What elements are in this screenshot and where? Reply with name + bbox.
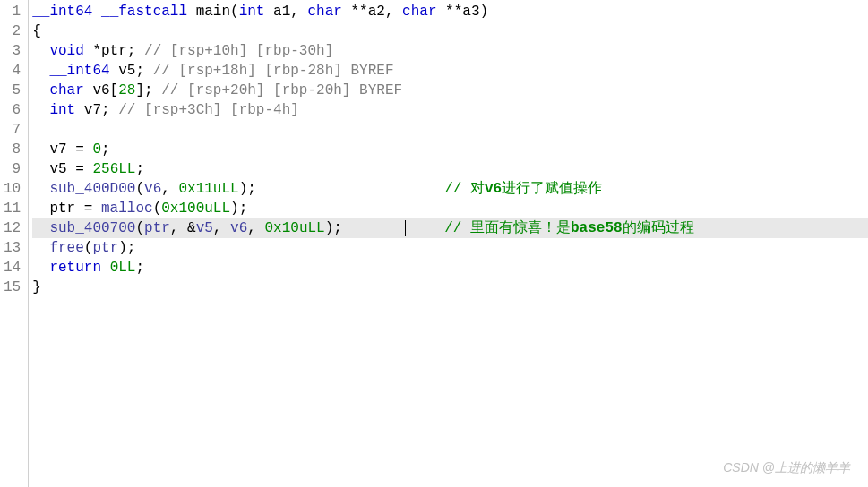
code-token: ); [325,220,342,236]
code-token: v7; [75,102,118,118]
code-editor[interactable]: 1 2 3 4 5 6 7 8 9 10 11 12 13 14 15 __in… [0,0,868,487]
code-token: a1, [264,4,307,20]
code-line[interactable] [32,120,868,140]
code-token: } [32,279,41,295]
code-token: sub_400D00 [49,181,135,197]
code-comment: // [rsp+18h] [rbp-28h] BYREF [153,63,394,79]
code-token: 0x11uLL [178,181,238,197]
code-token [32,82,49,98]
code-area[interactable]: __int64 __fastcall main(int a1, char **a… [29,0,868,487]
line-number: 5 [4,81,21,100]
code-token: , [213,220,230,236]
line-number: 14 [4,258,21,278]
line-number: 1 [4,2,21,21]
code-line[interactable]: v5 = 256LL; [32,159,868,179]
code-token: ptr [144,220,170,236]
code-token [32,181,49,197]
code-token: , & [170,220,196,236]
line-number: 7 [4,120,21,140]
code-token: int [49,102,75,118]
code-token: 256LL [92,161,135,177]
line-number: 3 [4,41,21,61]
line-number-gutter: 1 2 3 4 5 6 7 8 9 10 11 12 13 14 15 [0,0,29,487]
code-token: ; [135,260,144,276]
code-token: v5; [110,63,153,79]
code-token: *ptr; [84,43,144,59]
code-token: 0LL [110,260,136,276]
line-number: 8 [4,140,21,159]
code-token: ( [153,201,162,217]
code-token: __fastcall [92,4,195,20]
code-token: ( [84,240,93,256]
code-token: ); [118,240,135,256]
code-token: v5 = [32,161,92,177]
code-token: __int64 [32,4,92,20]
code-token: free [49,240,83,256]
code-token: **a2, [342,4,402,20]
code-comment: // 对v6进行了赋值操作 [444,179,602,199]
code-token: ptr = [32,201,101,217]
code-token: ; [101,141,110,158]
code-token: 28 [118,82,135,98]
code-line[interactable]: sub_400D00(v6, 0x11uLL);// 对v6进行了赋值操作 [32,179,868,199]
code-line[interactable]: return 0LL; [32,258,868,278]
code-token: ( [230,4,239,20]
line-number: 6 [4,100,21,120]
line-number: 11 [4,199,21,218]
code-line[interactable]: __int64 v5; // [rsp+18h] [rbp-28h] BYREF [32,61,868,81]
code-token [32,43,49,59]
code-comment: // [rsp+3Ch] [rbp-4h] [118,102,299,118]
code-token: int [239,4,265,20]
code-token [32,260,49,276]
line-number: 9 [4,159,21,179]
code-line[interactable]: v7 = 0; [32,140,868,159]
code-token: , [161,181,178,197]
code-token: v6 [144,181,161,197]
code-comment: // [rsp+10h] [rbp-30h] [144,43,333,59]
code-token: return [49,260,101,276]
code-token: ( [135,181,144,197]
code-line-highlighted[interactable]: sub_400700(ptr, &v5, v6, 0x10uLL);// 里面有… [32,218,868,238]
code-token: ); [230,201,247,217]
code-token: v7 = [32,141,92,158]
code-line[interactable]: } [32,278,868,297]
code-token: **a3) [437,4,489,20]
code-token [32,63,49,79]
code-token: ); [239,181,256,197]
code-token [32,220,49,236]
code-token: ( [135,220,144,236]
code-line[interactable]: ptr = malloc(0x100uLL); [32,199,868,218]
code-token: ; [135,161,144,177]
code-token [32,102,49,118]
line-number: 2 [4,21,21,41]
code-token: main [196,4,230,20]
watermark-text: CSDN @上进的懒羊羊 [723,460,850,476]
code-line[interactable]: void *ptr; // [rsp+10h] [rbp-30h] [32,41,868,61]
code-comment: // [rsp+20h] [rbp-20h] BYREF [161,82,402,98]
code-line[interactable]: char v6[28]; // [rsp+20h] [rbp-20h] BYRE… [32,81,868,100]
code-token: void [49,43,83,59]
line-number: 13 [4,238,21,258]
code-token: 0x100uLL [161,201,230,217]
code-token: v6 [230,220,247,236]
code-line[interactable]: int v7; // [rsp+3Ch] [rbp-4h] [32,100,868,120]
line-number: 12 [4,218,21,238]
code-token: v6[ [84,82,118,98]
code-token: ]; [135,82,161,98]
code-token: malloc [101,201,153,217]
code-token: sub_400700 [49,220,135,236]
text-cursor [405,220,406,236]
code-token: 0 [92,141,101,158]
code-token: 0x10uLL [264,220,324,236]
code-token: ptr [92,240,118,256]
code-token: char [402,4,436,20]
code-token: char [49,82,83,98]
code-line[interactable]: free(ptr); [32,238,868,258]
code-token [32,240,49,256]
line-number: 15 [4,278,21,297]
code-line[interactable]: __int64 __fastcall main(int a1, char **a… [32,2,868,21]
line-number: 4 [4,61,21,81]
code-line[interactable]: { [32,21,868,41]
code-token: char [307,4,341,20]
code-token: __int64 [49,63,109,79]
